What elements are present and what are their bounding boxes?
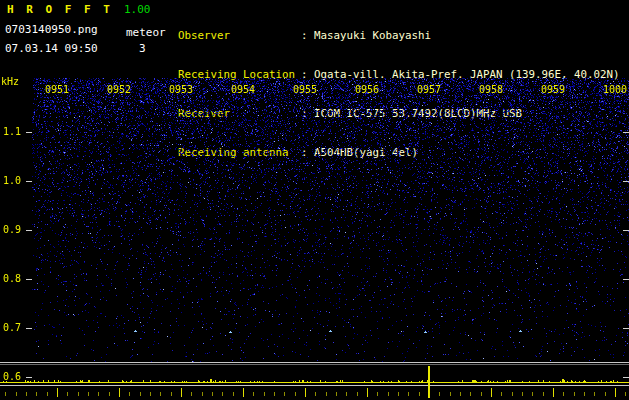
spectrogram-canvas bbox=[0, 78, 629, 400]
time-tick-label: 0952 bbox=[106, 84, 132, 95]
freq-tick-label: 0.7 bbox=[3, 322, 21, 333]
info-value: : Masayuki Kobayashi bbox=[301, 29, 431, 42]
time-tick-label: 0958 bbox=[478, 84, 504, 95]
time-tick-label: 0953 bbox=[168, 84, 194, 95]
output-filename: 0703140950.png bbox=[5, 23, 98, 36]
channel-number: 3 bbox=[139, 42, 146, 55]
time-tick-label: 1000 bbox=[602, 84, 628, 95]
hrofft-output: H R O F F T 1.00 0703140950.png meteor 3… bbox=[0, 0, 629, 400]
time-tick-label: 0955 bbox=[292, 84, 318, 95]
freq-axis-unit-label: kHz bbox=[1, 76, 19, 87]
info-label: Observer bbox=[178, 29, 301, 42]
time-tick-label: 0956 bbox=[354, 84, 380, 95]
time-tick-label: 0954 bbox=[230, 84, 256, 95]
freq-tick-label: 0.8 bbox=[3, 273, 21, 284]
freq-tick-label: 1.1 bbox=[3, 126, 21, 137]
observation-mode: meteor bbox=[126, 26, 166, 39]
freq-tick-label: 1.0 bbox=[3, 175, 21, 186]
time-tick-label: 0951 bbox=[44, 84, 70, 95]
time-tick-label: 0959 bbox=[540, 84, 566, 95]
app-title: H R O F F T bbox=[7, 3, 113, 16]
info-row-observer: Observer: Masayuki Kobayashi bbox=[178, 29, 620, 42]
freq-tick-label: 0.6 bbox=[3, 371, 21, 382]
observation-datetime: 07.03.14 09:50 bbox=[5, 42, 98, 55]
time-tick-label: 0957 bbox=[416, 84, 442, 95]
app-version: 1.00 bbox=[124, 3, 151, 16]
freq-tick-label: 0.9 bbox=[3, 224, 21, 235]
